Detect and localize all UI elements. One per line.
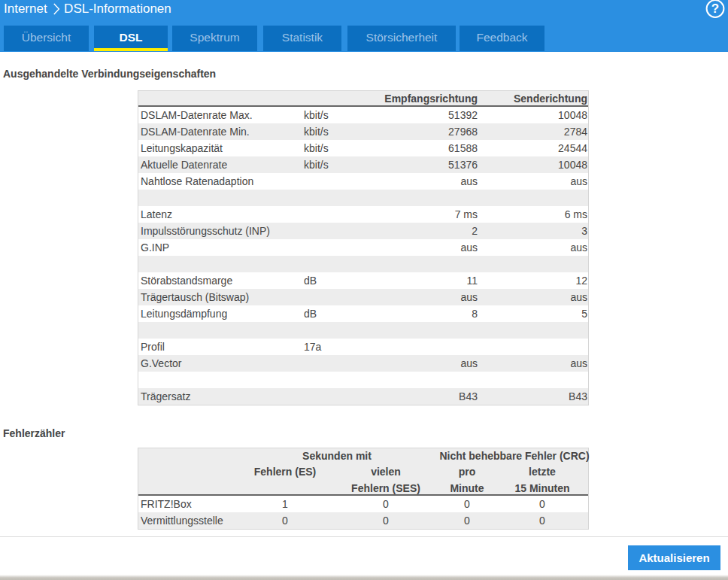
- svg-text:?: ?: [711, 2, 719, 16]
